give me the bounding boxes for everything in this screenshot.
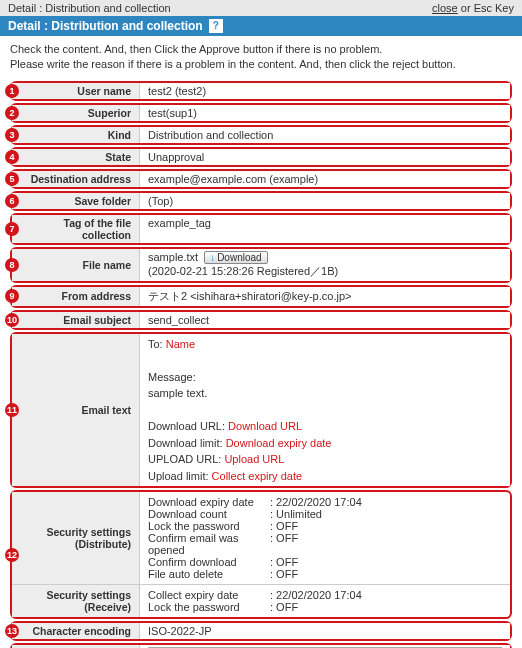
marker-icon: 6 [5,194,19,208]
header-title: Detail : Distribution and collection [8,19,203,33]
help-icon[interactable]: ? [209,19,223,33]
row-file-name: 8 File name sample.txt ↓ Download (2020-… [10,247,512,283]
marker-icon: 11 [5,403,19,417]
row-value: テスト2 <ishihara+shiratori@key-p.co.jp> [140,287,510,306]
instructions: Check the content. And, then Click the A… [0,36,522,79]
row-value: ISO-2022-JP [140,623,510,639]
marker-icon: 12 [5,548,19,562]
marker-icon: 5 [5,172,19,186]
marker-icon: 9 [5,289,19,303]
download-button[interactable]: ↓ Download [204,251,267,264]
row-label: Character encoding [12,623,140,639]
row-save-folder: 6 Save folder (Top) [10,191,512,211]
row-value: Distribution and collection [140,127,510,143]
row-label: State [12,149,140,165]
row-label: Email subject [12,312,140,328]
download-icon: ↓ [210,252,215,263]
row-label: Tag of the file collection [12,215,140,243]
file-name-text: sample.txt [148,251,198,263]
security-distribute: Security settings (Distribute) Download … [12,492,510,584]
row-value: Unapproval [140,149,510,165]
security-receive: Security settings (Receive) Collect expi… [12,584,510,617]
row-label: Security settings (Distribute) [12,492,140,584]
row-label: Security settings (Receive) [12,585,140,617]
row-value: example@example.com (example) [140,171,510,187]
row-email-text: 11 Email text To: Name Message: sample t… [10,332,512,489]
marker-icon: 2 [5,106,19,120]
row-rejection-reason: 14 Rejection reason [10,643,512,648]
window-titlebar: Detail : Distribution and collection clo… [0,0,522,16]
window-title: Detail : Distribution and collection [8,2,171,14]
row-label: User name [12,83,140,99]
row-label: From address [12,287,140,306]
marker-icon: 10 [5,313,19,327]
marker-icon: 4 [5,150,19,164]
row-state: 4 State Unapproval [10,147,512,167]
row-value: test(sup1) [140,105,510,121]
row-value: To: Name Message: sample text. Download … [140,334,510,487]
row-value: send_collect [140,312,510,328]
marker-icon: 1 [5,84,19,98]
marker-icon: 13 [5,624,19,638]
row-label: Kind [12,127,140,143]
header-bar: Detail : Distribution and collection ? [0,16,522,36]
row-value: test2 (test2) [140,83,510,99]
row-value: Download expiry date: 22/02/2020 17:04 D… [140,492,510,584]
row-user-name: 1 User name test2 (test2) [10,81,512,101]
row-value: sample.txt ↓ Download (2020-02-21 15:28:… [140,249,510,281]
file-meta: (2020-02-21 15:28:26 Registered／1B) [148,264,502,279]
row-value: Collect expiry date: 22/02/2020 17:04 Lo… [140,585,510,617]
marker-icon: 7 [5,222,19,236]
row-superior: 2 Superior test(sup1) [10,103,512,123]
row-value: (Top) [140,193,510,209]
marker-icon: 3 [5,128,19,142]
row-kind: 3 Kind Distribution and collection [10,125,512,145]
row-label: Destination address [12,171,140,187]
row-label: Save folder [12,193,140,209]
row-destination-address: 5 Destination address example@example.co… [10,169,512,189]
row-email-subject: 10 Email subject send_collect [10,310,512,330]
row-tag-file-collection: 7 Tag of the file collection example_tag [10,213,512,245]
row-label: File name [12,249,140,281]
row-value: example_tag [140,215,510,243]
to-name: Name [166,338,195,350]
close-link[interactable]: close [432,2,458,14]
row-character-encoding: 13 Character encoding ISO-2022-JP [10,621,512,641]
row-label: Superior [12,105,140,121]
marker-icon: 8 [5,258,19,272]
row-security-settings: 12 Security settings (Distribute) Downlo… [10,490,512,619]
close-area: close or Esc Key [432,2,514,14]
row-label: Email text [12,334,140,487]
row-from-address: 9 From address テスト2 <ishihara+shiratori@… [10,285,512,308]
